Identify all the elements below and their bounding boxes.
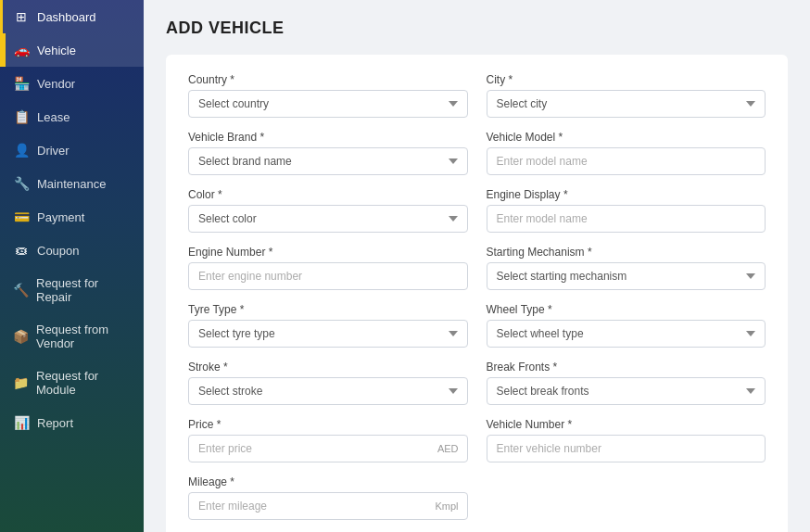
sidebar-item-request-vendor[interactable]: 📦 Request from Vendor: [0, 313, 144, 360]
city-group: City * Select city: [487, 73, 766, 118]
city-label: City *: [487, 73, 766, 86]
break-fronts-label: Break Fronts *: [487, 361, 766, 374]
module-icon: 📁: [13, 375, 29, 390]
mileage-input[interactable]: [188, 492, 468, 520]
vehicle-number-group: Vehicle Number *: [487, 418, 766, 462]
wheel-type-select[interactable]: Select wheel type: [487, 320, 766, 348]
sidebar-item-report[interactable]: 📊 Report: [0, 406, 144, 439]
sidebar-item-driver[interactable]: 👤 Driver: [0, 133, 144, 167]
tyre-type-select[interactable]: Select tyre type: [188, 320, 468, 348]
sidebar-item-label: Coupon: [37, 244, 80, 258]
vehicle-number-label: Vehicle Number *: [487, 418, 766, 431]
stroke-select[interactable]: Select stroke: [188, 377, 468, 405]
price-label: Price *: [188, 418, 468, 431]
engine-display-label: Engine Display *: [487, 188, 766, 201]
vehicle-number-input[interactable]: [487, 435, 766, 462]
country-group: Country * Select country: [188, 73, 468, 118]
driver-icon: 👤: [13, 143, 30, 158]
starting-mechanism-select[interactable]: Select starting mechanism: [487, 262, 766, 290]
tyre-type-group: Tyre Type * Select tyre type: [188, 303, 468, 348]
sidebar-item-label: Request from Vendor: [36, 323, 131, 350]
sidebar-item-dashboard[interactable]: ⊞ Dashboard: [0, 0, 144, 33]
price-input-wrapper: AED: [188, 435, 468, 462]
sidebar: ⊞ Dashboard 🚗 Vehicle 🏪 Vendor 📋 Lease 👤…: [0, 0, 144, 532]
engine-display-input[interactable]: [487, 205, 766, 233]
sidebar-item-label: Payment: [37, 210, 84, 224]
engine-number-group: Engine Number *: [188, 246, 468, 290]
tyre-type-label: Tyre Type *: [188, 303, 468, 316]
sidebar-item-vendor[interactable]: 🏪 Vendor: [0, 67, 144, 100]
sidebar-item-lease[interactable]: 📋 Lease: [0, 100, 144, 133]
brand-select[interactable]: Select brand name: [188, 147, 468, 175]
starting-mechanism-label: Starting Mechanism *: [487, 246, 766, 259]
sidebar-item-label: Report: [37, 416, 73, 430]
sidebar-item-vehicle[interactable]: 🚗 Vehicle: [0, 33, 144, 67]
brand-group: Vehicle Brand * Select brand name: [188, 131, 468, 175]
engine-display-group: Engine Display *: [487, 188, 766, 233]
page-title: ADD VEHICLE: [166, 19, 788, 38]
sidebar-item-label: Dashboard: [37, 10, 96, 24]
sidebar-item-request-module[interactable]: 📁 Request for Module: [0, 360, 144, 406]
row-engine-starting: Engine Number * Starting Mechanism * Sel…: [188, 246, 766, 290]
lease-icon: 📋: [13, 109, 30, 124]
sidebar-item-label: Request for Module: [36, 369, 131, 397]
stroke-label: Stroke *: [188, 361, 468, 374]
price-group: Price * AED: [188, 418, 468, 462]
break-fronts-select[interactable]: Select break fronts: [487, 377, 766, 405]
sidebar-item-coupon[interactable]: 🎟 Coupon: [0, 234, 144, 267]
main-content: ADD VEHICLE Country * Select country Cit…: [144, 0, 810, 532]
mileage-group: Mileage * Kmpl: [188, 475, 468, 520]
sidebar-item-label: Driver: [37, 144, 70, 158]
sidebar-item-label: Request for Repair: [36, 276, 131, 304]
mileage-label: Mileage *: [188, 475, 468, 488]
model-label: Vehicle Model *: [487, 131, 766, 144]
engine-number-input[interactable]: [188, 262, 468, 290]
row-stroke-break: Stroke * Select stroke Break Fronts * Se…: [188, 361, 766, 405]
coupon-icon: 🎟: [13, 243, 30, 258]
row-country-city: Country * Select country City * Select c…: [188, 73, 766, 118]
row-price-vehicle-number: Price * AED Vehicle Number *: [188, 418, 766, 462]
report-icon: 📊: [13, 415, 30, 430]
mileage-input-wrapper: Kmpl: [188, 492, 468, 520]
wheel-type-label: Wheel Type *: [487, 303, 766, 316]
sidebar-item-label: Maintenance: [37, 177, 106, 191]
country-label: Country *: [188, 73, 468, 86]
row-mileage: Mileage * Kmpl: [188, 475, 766, 520]
dashboard-icon: ⊞: [13, 9, 30, 24]
color-group: Color * Select color: [188, 188, 468, 233]
maintenance-icon: 🔧: [13, 176, 30, 191]
model-group: Vehicle Model *: [487, 131, 766, 175]
wheel-type-group: Wheel Type * Select wheel type: [487, 303, 766, 348]
payment-icon: 💳: [13, 209, 30, 224]
vendor-req-icon: 📦: [13, 329, 29, 344]
engine-number-label: Engine Number *: [188, 246, 468, 259]
break-fronts-group: Break Fronts * Select break fronts: [487, 361, 766, 405]
sidebar-item-payment[interactable]: 💳 Payment: [0, 200, 144, 234]
row-color-engine-display: Color * Select color Engine Display *: [188, 188, 766, 233]
row-tyre-wheel: Tyre Type * Select tyre type Wheel Type …: [188, 303, 766, 348]
vehicle-icon: 🚗: [13, 43, 30, 57]
starting-mechanism-group: Starting Mechanism * Select starting mec…: [487, 246, 766, 290]
model-input[interactable]: [487, 147, 766, 175]
stroke-group: Stroke * Select stroke: [188, 361, 468, 405]
sidebar-item-request-repair[interactable]: 🔨 Request for Repair: [0, 267, 144, 313]
color-label: Color *: [188, 188, 468, 201]
sidebar-item-label: Lease: [37, 110, 70, 124]
sidebar-item-label: Vendor: [37, 77, 75, 91]
city-select[interactable]: Select city: [487, 90, 766, 118]
price-input[interactable]: [188, 435, 468, 462]
repair-icon: 🔨: [13, 283, 29, 298]
sidebar-item-label: Vehicle: [37, 44, 76, 57]
brand-label: Vehicle Brand *: [188, 131, 468, 144]
sidebar-item-maintenance[interactable]: 🔧 Maintenance: [0, 167, 144, 200]
vendor-icon: 🏪: [13, 76, 30, 91]
row-brand-model: Vehicle Brand * Select brand name Vehicl…: [188, 131, 766, 175]
country-select[interactable]: Select country: [188, 90, 468, 118]
color-select[interactable]: Select color: [188, 205, 468, 233]
add-vehicle-form: Country * Select country City * Select c…: [166, 55, 788, 532]
